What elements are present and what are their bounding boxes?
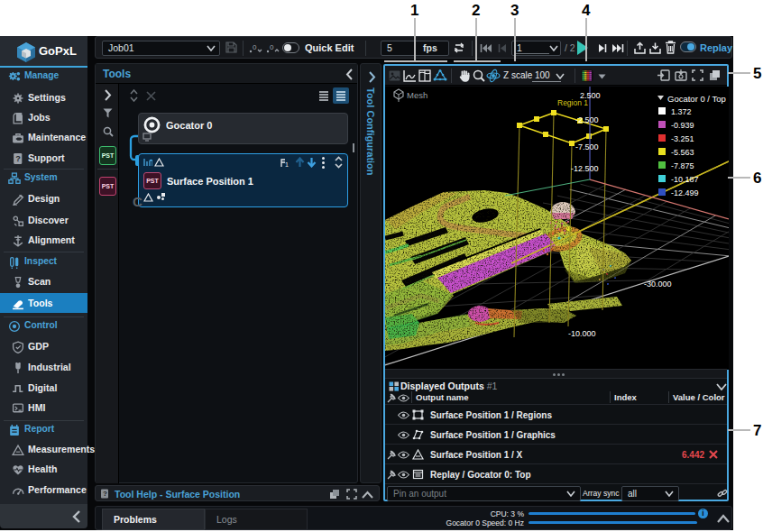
svg-text:0: 0: [270, 43, 274, 51]
svg-text:-30.000: -30.000: [644, 280, 672, 289]
svg-text:-12.499: -12.499: [671, 188, 699, 197]
svg-text:Mesh: Mesh: [407, 90, 427, 100]
svg-text:1: 1: [285, 161, 289, 168]
svg-text:0: 0: [253, 43, 257, 51]
svg-text:-3.251: -3.251: [671, 133, 694, 142]
svg-text:?: ?: [103, 490, 107, 498]
svg-text:-7.500: -7.500: [575, 142, 599, 151]
svg-text:-5.563: -5.563: [671, 147, 694, 156]
svg-text:-0.939: -0.939: [671, 120, 694, 129]
svg-text:Region 1: Region 1: [557, 98, 588, 107]
svg-text:1.372: 1.372: [671, 106, 692, 115]
svg-text:-2.500: -2.500: [575, 115, 599, 124]
svg-text:-7.875: -7.875: [671, 161, 694, 170]
svg-text:-12.500: -12.500: [571, 164, 599, 173]
svg-text:-10.000: -10.000: [568, 329, 596, 338]
svg-text:-10.187: -10.187: [671, 174, 699, 183]
svg-text:Gocator 0 / Top: Gocator 0 / Top: [667, 94, 726, 104]
svg-text:?: ?: [15, 154, 21, 163]
